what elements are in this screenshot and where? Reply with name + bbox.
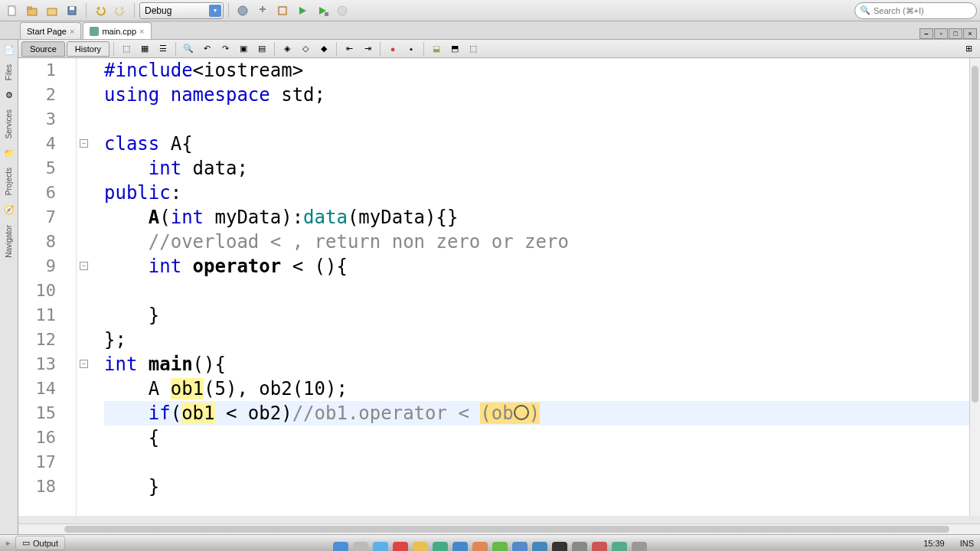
code-line[interactable]: int main(){	[104, 352, 969, 377]
search-input[interactable]	[874, 6, 979, 15]
code-line[interactable]: }	[104, 303, 969, 328]
code-line[interactable]	[104, 450, 969, 474]
code-line[interactable]: A ob1(5), ob2(10);	[104, 377, 969, 401]
svg-point-7	[238, 6, 247, 15]
code-line[interactable]: if(ob1 < ob2)//ob1.operator < (ob)	[104, 401, 969, 425]
fold-toggle-icon[interactable]: −	[80, 139, 88, 148]
navigator-icon[interactable]: 🧭	[2, 204, 16, 217]
horizontal-scrollbar[interactable]	[18, 523, 980, 534]
macro-icon[interactable]: ▪	[403, 41, 420, 57]
tab-window-controls: ‒ ▫ □ ×	[920, 28, 980, 39]
open-icon[interactable]	[43, 2, 61, 20]
code-editor[interactable]: 123456789101112131415161718 −−− #include…	[18, 58, 980, 516]
line-number: 18	[18, 474, 56, 499]
line-number: 14	[18, 377, 56, 401]
bookmark-toggle-icon[interactable]: ◆	[315, 41, 332, 57]
vertical-scrollbar[interactable]	[969, 58, 980, 516]
rail-projects[interactable]: Projects	[3, 163, 15, 200]
subtab-source[interactable]: Source	[21, 41, 65, 57]
bookmark-prev-icon[interactable]: ◈	[279, 41, 296, 57]
code-line[interactable]: }	[104, 474, 969, 499]
search-box[interactable]: 🔍 ✕	[854, 2, 977, 19]
debug-icon[interactable]	[313, 2, 332, 20]
breakpoint-icon[interactable]: ●	[384, 41, 401, 57]
toggle-2-icon[interactable]: ▤	[253, 41, 270, 57]
redo-icon[interactable]	[111, 2, 129, 20]
line-number: 11	[18, 303, 56, 328]
code-line[interactable]: {	[104, 425, 969, 450]
chevron-down-icon: ▾	[209, 5, 221, 17]
find-prev-icon[interactable]: ↶	[198, 41, 215, 57]
split-icon[interactable]: ⊞	[960, 41, 977, 57]
undo-icon[interactable]	[91, 2, 109, 20]
format-icon[interactable]: ⬚	[465, 41, 482, 57]
line-number: 5	[18, 156, 56, 181]
code-line[interactable]: int operator < (){	[104, 254, 969, 279]
file-tabs-bar: Start Page × main.cpp × ‒ ▫ □ ×	[0, 21, 980, 40]
new-project-icon[interactable]	[23, 2, 41, 20]
fold-column: −−−	[77, 58, 92, 516]
fold-toggle-icon[interactable]: −	[80, 360, 88, 368]
shift-left-icon[interactable]: ⇤	[341, 41, 358, 57]
code-line[interactable]: using namespace std;	[104, 83, 969, 107]
scrollbar-thumb[interactable]	[64, 526, 949, 533]
line-number: 2	[18, 83, 56, 107]
code-line[interactable]: //overload < , return non zero or zero	[104, 230, 969, 254]
comment-icon[interactable]: ⬓	[428, 41, 445, 57]
clean-build-icon[interactable]	[273, 2, 292, 20]
code-line[interactable]: class A{	[104, 132, 969, 156]
run-icon[interactable]	[293, 2, 312, 20]
find-next-icon[interactable]: ↷	[217, 41, 234, 57]
line-number: 15	[18, 401, 56, 425]
code-line[interactable]: int data;	[104, 156, 969, 181]
projects-icon[interactable]: 📁	[2, 146, 16, 160]
save-all-icon[interactable]	[63, 2, 81, 20]
line-number: 6	[18, 181, 56, 205]
line-number: 10	[18, 279, 56, 303]
rail-services[interactable]: Services	[3, 105, 15, 143]
code-area[interactable]: #include<iostream>using namespace std;cl…	[92, 58, 969, 516]
globe-icon[interactable]	[234, 2, 252, 20]
rail-files[interactable]: Files	[3, 60, 15, 85]
close-icon[interactable]: ×	[139, 27, 144, 36]
toggle-highlight-icon[interactable]: ▣	[235, 41, 252, 57]
code-line[interactable]	[104, 107, 969, 132]
tab-label: main.cpp	[102, 27, 136, 36]
services-icon[interactable]: ⚙	[2, 88, 16, 102]
line-number: 17	[18, 450, 56, 474]
code-line[interactable]: public:	[104, 181, 969, 205]
close-icon[interactable]: ×	[70, 27, 74, 36]
search-icon: 🔍	[860, 5, 871, 15]
line-number: 16	[18, 425, 56, 450]
uncomment-icon[interactable]: ⬒	[446, 41, 463, 57]
tab-start-page[interactable]: Start Page ×	[20, 22, 81, 39]
shift-right-icon[interactable]: ⇥	[359, 41, 376, 57]
scrollbar-thumb[interactable]	[972, 66, 978, 403]
line-number: 3	[18, 107, 56, 132]
nav-back-icon[interactable]: ⬚	[118, 41, 135, 57]
bookmark-next-icon[interactable]: ◇	[297, 41, 314, 57]
code-line[interactable]: A(int myData):data(myData){}	[104, 205, 969, 230]
code-line[interactable]	[104, 279, 969, 303]
line-number: 7	[18, 205, 56, 230]
svg-rect-6	[70, 7, 74, 10]
new-file-icon[interactable]	[3, 2, 21, 20]
files-icon[interactable]: 📄	[2, 43, 16, 57]
subtab-history[interactable]: History	[67, 41, 109, 57]
build-icon[interactable]	[253, 2, 272, 20]
build-config-select[interactable]: Debug ▾	[139, 2, 224, 19]
select-icon[interactable]: ☰	[155, 41, 172, 57]
restore-icon[interactable]: ▫	[934, 28, 948, 39]
fold-toggle-icon[interactable]: −	[80, 262, 88, 270]
minimize-icon[interactable]: ‒	[920, 28, 933, 39]
svg-rect-9	[325, 12, 328, 16]
rail-navigator[interactable]: Navigator	[3, 220, 15, 262]
maximize-icon[interactable]: □	[949, 28, 962, 39]
code-line[interactable]: #include<iostream>	[104, 58, 969, 83]
tab-main-cpp[interactable]: main.cpp ×	[83, 22, 151, 39]
close-icon[interactable]: ×	[963, 28, 977, 39]
nav-fwd-icon[interactable]: ▦	[136, 41, 153, 57]
find-icon[interactable]: 🔍	[180, 41, 197, 57]
profile-icon[interactable]	[333, 2, 351, 20]
code-line[interactable]: };	[104, 328, 969, 352]
